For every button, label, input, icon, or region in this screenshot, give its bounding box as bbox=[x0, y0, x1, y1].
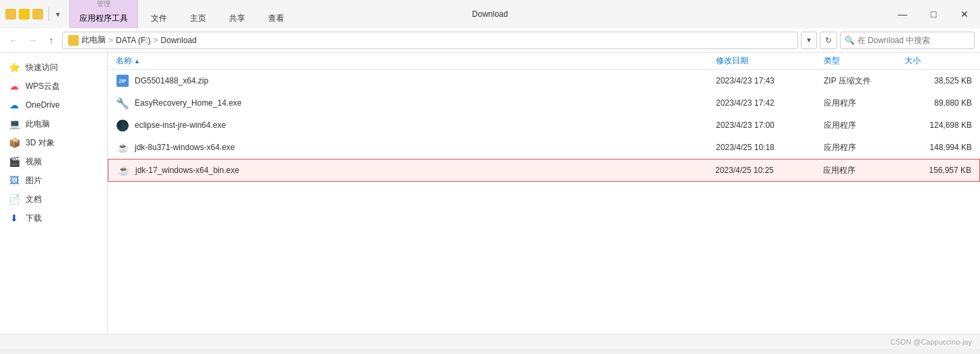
file-row[interactable]: 🌑 eclipse-inst-jre-win64.exe 2023/4/23 1… bbox=[108, 114, 980, 137]
file-list-header: 名称 ▲ 修改日期 类型 大小 bbox=[108, 52, 980, 70]
sidebar-label-image: 图片 bbox=[26, 175, 42, 186]
sidebar-item-video[interactable]: 🎬 视频 bbox=[0, 152, 107, 171]
file-size-3: 148,994 KB bbox=[905, 143, 972, 152]
sidebar-item-doc[interactable]: 📄 文档 bbox=[0, 190, 107, 209]
qat-icon-2 bbox=[19, 9, 30, 20]
search-icon: 🔍 bbox=[845, 36, 855, 45]
sidebar-label-onedrive: OneDrive bbox=[26, 100, 60, 110]
close-button[interactable]: ✕ bbox=[949, 0, 980, 28]
path-folder: Download bbox=[161, 36, 197, 45]
file-type-0: ZIP 压缩文件 bbox=[824, 75, 905, 87]
file-date-1: 2023/4/23 17:42 bbox=[716, 98, 824, 108]
qat-dropdown-arrow[interactable]: ▼ bbox=[55, 11, 61, 18]
file-name-3: ☕ jdk-8u371-windows-x64.exe bbox=[116, 141, 716, 154]
manage-sub-tab[interactable]: 应用程序工具 bbox=[69, 9, 138, 28]
search-box[interactable]: 🔍 bbox=[840, 32, 975, 49]
file-row[interactable]: 🔧 EasyRecovery_Home_14.exe 2023/4/23 17:… bbox=[108, 92, 980, 114]
video-icon: 🎬 bbox=[8, 155, 20, 168]
star-icon: ⭐ bbox=[8, 61, 20, 73]
col-header-date[interactable]: 修改日期 bbox=[716, 55, 824, 67]
file-row[interactable]: ☕ jdk-8u371-windows-x64.exe 2023/4/25 10… bbox=[108, 137, 980, 159]
col-header-size[interactable]: 大小 bbox=[905, 55, 972, 67]
window-title: Download bbox=[472, 9, 508, 19]
qat-icon-3 bbox=[32, 9, 43, 20]
refresh-button[interactable]: ↻ bbox=[820, 32, 837, 49]
tab-share[interactable]: 共享 bbox=[218, 8, 257, 28]
file-size-2: 124,698 KB bbox=[905, 120, 972, 130]
zip-icon-0: ZIP bbox=[116, 74, 129, 87]
path-drive: DATA (F:) bbox=[116, 36, 151, 45]
sidebar-label-3d: 3D 对象 bbox=[26, 137, 55, 149]
quick-access-toolbar: ▼ bbox=[0, 0, 67, 28]
sort-arrow: ▲ bbox=[134, 58, 140, 65]
computer-icon: 💻 bbox=[8, 118, 20, 130]
folder-icon bbox=[68, 35, 79, 46]
exe-icon-1: 🔧 bbox=[116, 96, 129, 110]
sidebar-label-download: 下载 bbox=[26, 213, 42, 224]
path-computer: 此电脑 bbox=[81, 34, 106, 46]
file-name-2: 🌑 eclipse-inst-jre-win64.exe bbox=[116, 118, 716, 132]
file-row-selected[interactable]: ☕ jdk-17_windows-x64_bin.exe 2023/4/25 1… bbox=[108, 159, 980, 182]
file-type-2: 应用程序 bbox=[824, 120, 905, 131]
back-button[interactable]: ← bbox=[5, 32, 22, 48]
file-list: 名称 ▲ 修改日期 类型 大小 ZIP DG5501488_x64.zip bbox=[108, 52, 980, 334]
jdk-icon-3: ☕ bbox=[116, 141, 129, 154]
image-icon: 🖼 bbox=[8, 174, 20, 186]
header-date-label: 修改日期 bbox=[716, 55, 824, 67]
address-bar: ← → ↑ 此电脑 > DATA (F:) > Download ▼ ↻ 🔍 bbox=[0, 28, 980, 52]
search-input[interactable] bbox=[857, 36, 970, 45]
minimize-button[interactable]: — bbox=[887, 0, 918, 28]
file-date-3: 2023/4/25 10:18 bbox=[716, 143, 824, 152]
file-date-0: 2023/4/23 17:43 bbox=[716, 76, 824, 85]
tab-file[interactable]: 文件 bbox=[139, 8, 178, 28]
window-controls: — □ ✕ bbox=[887, 0, 980, 28]
sidebar-item-wps[interactable]: ☁ WPS云盘 bbox=[0, 77, 107, 96]
file-date-4: 2023/4/25 10:25 bbox=[715, 166, 823, 175]
sidebar-item-computer[interactable]: 💻 此电脑 bbox=[0, 114, 107, 133]
file-type-1: 应用程序 bbox=[824, 98, 905, 109]
header-size-label: 大小 bbox=[905, 55, 972, 67]
file-name-4: ☕ jdk-17_windows-x64_bin.exe bbox=[117, 164, 715, 177]
qat-separator bbox=[48, 7, 49, 21]
col-header-type[interactable]: 类型 bbox=[824, 55, 905, 67]
title-bar: ▼ 管理 应用程序工具 文件 主页 共享 查看 Download — □ ✕ bbox=[0, 0, 980, 28]
jdk-icon-4: ☕ bbox=[117, 164, 130, 177]
cloud-one-icon: ☁ bbox=[8, 99, 20, 111]
sidebar-label-computer: 此电脑 bbox=[26, 118, 50, 130]
tab-home[interactable]: 主页 bbox=[178, 8, 218, 28]
sidebar-item-image[interactable]: 🖼 图片 bbox=[0, 171, 107, 190]
sidebar-item-download[interactable]: ⬇ 下载 bbox=[0, 209, 107, 227]
qat-icon-1 bbox=[5, 9, 16, 20]
file-size-0: 38,525 KB bbox=[905, 76, 972, 85]
download-icon: ⬇ bbox=[8, 212, 20, 224]
up-button[interactable]: ↑ bbox=[43, 32, 59, 48]
watermark-text: CSDN @Cappuccino-jay bbox=[890, 338, 972, 346]
main-area: ⭐ 快速访问 ☁ WPS云盘 ☁ OneDrive 💻 此电脑 📦 bbox=[0, 52, 980, 334]
header-type-label: 类型 bbox=[824, 55, 905, 67]
address-dropdown[interactable]: ▼ bbox=[801, 32, 817, 49]
status-bar: CSDN @Cappuccino-jay bbox=[0, 334, 980, 349]
file-size-1: 89,880 KB bbox=[905, 98, 972, 108]
header-name-label: 名称 ▲ bbox=[116, 55, 716, 67]
file-name-0: ZIP DG5501488_x64.zip bbox=[116, 74, 716, 87]
file-size-4: 156,957 KB bbox=[904, 166, 971, 175]
sidebar-label-quickaccess: 快速访问 bbox=[26, 62, 58, 73]
path-sep-1: > bbox=[108, 36, 113, 45]
sidebar-item-onedrive[interactable]: ☁ OneDrive bbox=[0, 96, 107, 114]
sidebar-item-quickaccess[interactable]: ⭐ 快速访问 bbox=[0, 58, 107, 77]
file-type-4: 应用程序 bbox=[823, 165, 904, 176]
manage-group-label: 管理 bbox=[69, 0, 138, 9]
col-header-name[interactable]: 名称 ▲ bbox=[116, 55, 716, 67]
file-name-1: 🔧 EasyRecovery_Home_14.exe bbox=[116, 96, 716, 110]
cloud-wps-icon: ☁ bbox=[8, 80, 20, 92]
exe-icon-2: 🌑 bbox=[116, 118, 129, 132]
file-row[interactable]: ZIP DG5501488_x64.zip 2023/4/23 17:43 ZI… bbox=[108, 70, 980, 92]
3d-icon: 📦 bbox=[8, 137, 20, 149]
tab-view[interactable]: 查看 bbox=[257, 8, 296, 28]
forward-button[interactable]: → bbox=[24, 32, 40, 48]
address-path[interactable]: 此电脑 > DATA (F:) > Download bbox=[62, 32, 798, 49]
sidebar-label-doc: 文档 bbox=[26, 194, 42, 205]
sidebar-label-wps: WPS云盘 bbox=[26, 81, 60, 92]
sidebar-item-3d[interactable]: 📦 3D 对象 bbox=[0, 133, 107, 152]
maximize-button[interactable]: □ bbox=[918, 0, 949, 28]
